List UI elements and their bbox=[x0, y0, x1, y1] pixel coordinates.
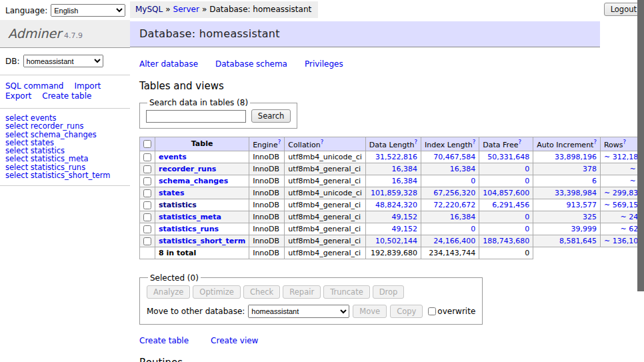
sidebar-link-select-statistics_meta[interactable]: select statistics_meta bbox=[5, 155, 125, 163]
search-button[interactable]: Search bbox=[251, 109, 291, 123]
sidebar-link-sql-command[interactable]: SQL command bbox=[5, 81, 63, 91]
collation-cell: utf8mb4_unicode_ci bbox=[285, 151, 365, 163]
language-row: Language:English bbox=[0, 0, 130, 20]
breadcrumb-link-mysql[interactable]: MySQL bbox=[135, 5, 163, 14]
optimize-button[interactable]: Optimize bbox=[193, 285, 241, 299]
column-header-table: Table bbox=[155, 137, 249, 151]
table-row: statistics_runsInnoDButf8mb4_general_ci4… bbox=[140, 223, 644, 235]
total-index-length-cell: 234,143,744 bbox=[421, 247, 479, 259]
select-all-checkbox[interactable] bbox=[143, 140, 151, 148]
help-link[interactable]: ? bbox=[321, 139, 324, 145]
collation-cell: utf8mb4_unicode_ci bbox=[285, 187, 365, 199]
sidebar-actions: SQL commandImport ExportCreate table bbox=[0, 75, 130, 109]
drop-button[interactable]: Drop bbox=[373, 285, 405, 299]
help-link[interactable]: ? bbox=[593, 139, 597, 145]
sidebar-table-links: select eventsselect recorder_runsselect … bbox=[0, 109, 130, 186]
help-link[interactable]: ? bbox=[518, 139, 521, 145]
data-free-cell: 0 bbox=[479, 163, 533, 175]
move-to-db-label: Move to other database: bbox=[147, 307, 245, 316]
table-link-events[interactable]: events bbox=[159, 153, 187, 161]
table-row: recorder_runsInnoDButf8mb4_general_ci16,… bbox=[140, 163, 644, 175]
table-name-cell: statistics bbox=[155, 199, 249, 211]
table-name-cell: schema_changes bbox=[155, 175, 249, 187]
data-free-cell: 6,291,456 bbox=[479, 199, 533, 211]
search-legend: Search data in tables (8) bbox=[147, 98, 250, 107]
search-input[interactable] bbox=[146, 110, 246, 123]
table-link-statistics_meta[interactable]: statistics_meta bbox=[159, 213, 221, 221]
tables-list-table: TableEngine?Collation?Data Length?Index … bbox=[139, 137, 644, 259]
auto-increment-cell: 33,398,984 bbox=[533, 187, 601, 199]
sidebar-link-select-statistics_short_term[interactable]: select statistics_short_term bbox=[5, 171, 125, 179]
check-button[interactable]: Check bbox=[243, 285, 280, 299]
table-link-schema_changes[interactable]: schema_changes bbox=[159, 177, 228, 185]
overwrite-checkbox[interactable] bbox=[428, 307, 436, 315]
index-length-cell: 16,384 bbox=[421, 163, 479, 175]
breadcrumb-separator: » bbox=[165, 5, 170, 14]
table-link-statistics_runs[interactable]: statistics_runs bbox=[159, 225, 219, 233]
table-link-recorder_runs[interactable]: recorder_runs bbox=[159, 165, 216, 173]
language-select[interactable]: English bbox=[51, 4, 125, 17]
row-select-cell bbox=[140, 163, 155, 175]
data-length-cell: 49,152 bbox=[365, 211, 421, 223]
database-schema-link[interactable]: Database schema bbox=[215, 59, 287, 69]
truncate-button[interactable]: Truncate bbox=[323, 285, 370, 299]
db-select[interactable]: homeassistant bbox=[23, 55, 103, 67]
select-all-cell bbox=[140, 137, 155, 151]
row-checkbox[interactable] bbox=[143, 201, 151, 209]
help-link[interactable]: ? bbox=[415, 139, 418, 145]
analyze-button[interactable]: Analyze bbox=[147, 285, 190, 299]
move-button[interactable]: Move bbox=[353, 305, 387, 318]
create-view-link[interactable]: Create view bbox=[211, 336, 258, 345]
row-select-cell bbox=[140, 151, 155, 163]
db-selector-row: DB:homeassistant bbox=[0, 48, 130, 75]
sidebar: Language:English Adminer4.7.9 DB:homeass… bbox=[0, 0, 130, 186]
row-checkbox[interactable] bbox=[143, 225, 151, 233]
row-checkbox[interactable] bbox=[143, 153, 151, 161]
column-header-engine: Engine? bbox=[249, 137, 285, 151]
table-link-states[interactable]: states bbox=[159, 189, 185, 197]
scrollbar-thumb[interactable] bbox=[637, 0, 644, 291]
table-row: eventsInnoDButf8mb4_unicode_ci31,522,816… bbox=[140, 151, 644, 163]
alter-database-link[interactable]: Alter database bbox=[139, 59, 198, 69]
copy-button[interactable]: Copy bbox=[390, 305, 423, 318]
ghost-cell bbox=[533, 247, 601, 259]
engine-cell: InnoDB bbox=[249, 187, 285, 199]
move-db-select[interactable]: homeassistant bbox=[248, 305, 349, 318]
row-checkbox[interactable] bbox=[143, 189, 151, 197]
table-row: statistics_short_termInnoDButf8mb4_gener… bbox=[140, 235, 644, 247]
page-title: Database: homeassistant bbox=[130, 21, 600, 47]
row-checkbox[interactable] bbox=[143, 165, 151, 173]
table-link-statistics[interactable]: statistics bbox=[159, 201, 197, 209]
row-select-cell bbox=[140, 223, 155, 235]
row-checkbox[interactable] bbox=[143, 237, 151, 245]
breadcrumb: MySQL»Server»Database: homeassistant bbox=[130, 1, 318, 18]
privileges-link[interactable]: Privileges bbox=[305, 59, 343, 69]
help-link[interactable]: ? bbox=[473, 139, 476, 145]
engine-cell: InnoDB bbox=[249, 211, 285, 223]
app-version[interactable]: 4.7.9 bbox=[64, 31, 83, 40]
sidebar-link-export[interactable]: Export bbox=[5, 91, 31, 101]
database-nav-links: Alter databaseDatabase schemaPrivileges bbox=[139, 59, 637, 69]
row-checkbox[interactable] bbox=[143, 177, 151, 185]
engine-cell: InnoDB bbox=[249, 223, 285, 235]
help-link[interactable]: ? bbox=[278, 139, 281, 145]
collation-cell: utf8mb4_general_ci bbox=[285, 199, 365, 211]
total-data-length-cell: 192,839,680 bbox=[365, 247, 421, 259]
row-select-cell bbox=[140, 175, 155, 187]
create-table-link[interactable]: Create table bbox=[139, 336, 189, 345]
table-row: statesInnoDButf8mb4_unicode_ci101,859,32… bbox=[140, 187, 644, 199]
help-link[interactable]: ? bbox=[623, 139, 627, 145]
index-length-cell: 0 bbox=[421, 223, 479, 235]
table-link-statistics_short_term[interactable]: statistics_short_term bbox=[159, 237, 245, 245]
sidebar-link-import[interactable]: Import bbox=[74, 81, 101, 91]
column-header-auto-increment: Auto Increment? bbox=[533, 137, 601, 151]
app-header: Adminer4.7.9 bbox=[0, 20, 130, 48]
breadcrumb-link-server[interactable]: Server bbox=[173, 5, 199, 14]
table-row: statisticsInnoDButf8mb4_general_ci48,824… bbox=[140, 199, 644, 211]
selected-legend: Selected (0) bbox=[148, 273, 201, 283]
language-label: Language: bbox=[5, 6, 47, 15]
row-checkbox[interactable] bbox=[143, 213, 151, 221]
repair-button[interactable]: Repair bbox=[283, 285, 321, 299]
sidebar-link-select-recorder_runs[interactable]: select recorder_runs bbox=[5, 122, 125, 130]
sidebar-link-create-table[interactable]: Create table bbox=[42, 91, 91, 101]
